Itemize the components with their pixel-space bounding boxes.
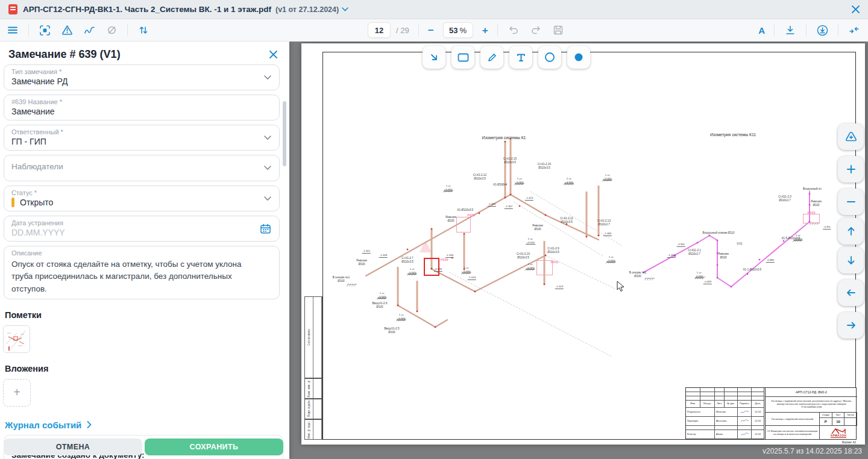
divider bbox=[838, 24, 838, 36]
swap-vertical-icon[interactable] bbox=[137, 23, 150, 37]
close-document-button[interactable] bbox=[852, 5, 860, 13]
chevron-down-icon[interactable] bbox=[264, 166, 271, 170]
point-tool-button[interactable] bbox=[567, 46, 590, 69]
remark-marker-pink[interactable] bbox=[536, 260, 553, 275]
side-label: Подп. и дата bbox=[307, 401, 310, 417]
remark-name-label: #639 Название * bbox=[11, 98, 256, 105]
remark-type-select[interactable]: Тип замечания * Замечание РД bbox=[4, 64, 280, 90]
side-label: Согласовано bbox=[307, 329, 310, 346]
download-icon[interactable] bbox=[784, 23, 797, 37]
chevron-down-icon[interactable] bbox=[264, 136, 271, 140]
status-color-badge bbox=[11, 198, 14, 207]
pdf-file-icon bbox=[8, 4, 17, 14]
zoom-in-button[interactable] bbox=[838, 156, 864, 183]
ellipse-tool-button[interactable] bbox=[538, 46, 561, 69]
marks-section-title: Пометки bbox=[5, 310, 289, 320]
due-date-field[interactable]: Дата устранения DD.MM.YYYY bbox=[4, 216, 280, 242]
save-icon[interactable] bbox=[552, 23, 565, 37]
chevron-down-icon[interactable] bbox=[264, 196, 271, 201]
remark-marker-pink[interactable] bbox=[456, 217, 471, 233]
app-version-status: v2025.5.7 из 14.02.2025 18:23 bbox=[763, 447, 862, 455]
chevron-down-icon[interactable] bbox=[264, 75, 271, 80]
description-value: Опуск от стояка сделайте на отметку, что… bbox=[11, 258, 256, 295]
document-version: (v1 от 27.12.2024) bbox=[275, 5, 339, 14]
journal-link[interactable]: Журнал событий bbox=[5, 420, 289, 430]
company-logo: АРМАЗОН bbox=[820, 428, 857, 438]
arrow-left-button[interactable] bbox=[838, 279, 864, 306]
add-attachment-button[interactable]: + bbox=[3, 379, 31, 407]
pencil-tool-button[interactable] bbox=[480, 46, 503, 69]
pdf-viewer[interactable]: Согласовано Взам. инв. № Подп. и дата Ин… bbox=[289, 41, 868, 459]
remark-name-field[interactable]: #639 Название * Замечание bbox=[4, 95, 280, 120]
divider bbox=[28, 24, 29, 36]
arrow-down-button[interactable] bbox=[838, 247, 864, 273]
hide-annotations-icon[interactable] bbox=[105, 23, 118, 37]
arrow-up-button[interactable] bbox=[838, 218, 864, 245]
side-label: Инв. № подл. bbox=[307, 421, 310, 439]
due-date-placeholder: DD.MM.YYYY bbox=[11, 228, 256, 237]
remark-marker-pink[interactable] bbox=[803, 214, 820, 223]
warning-icon[interactable] bbox=[60, 23, 74, 37]
zoom-percent-sign: % bbox=[460, 26, 467, 35]
drawing-code: АРП-СГ12-РД -ВК0-2 bbox=[766, 388, 857, 397]
redo-icon[interactable] bbox=[529, 23, 542, 37]
cancel-button[interactable]: ОТМЕНА bbox=[4, 439, 142, 455]
status-select[interactable]: Статус * Открыто bbox=[4, 186, 280, 211]
format-label: Формат А2 bbox=[802, 441, 856, 444]
title-block: Изм.Кол.уч.Лист№ док.ПодписьДата Разрабо… bbox=[685, 387, 857, 440]
attachments-section-title: Вложения bbox=[5, 364, 289, 373]
arrow-tool-button[interactable] bbox=[423, 46, 445, 69]
stamp-side-cell: Инв. № подл. bbox=[304, 419, 322, 440]
due-date-label: Дата устранения bbox=[11, 219, 256, 226]
rectangle-tool-button[interactable] bbox=[451, 46, 474, 69]
divider bbox=[774, 24, 775, 36]
font-settings-button[interactable]: A bbox=[758, 25, 765, 36]
watchers-select[interactable]: Наблюдатели bbox=[4, 155, 280, 181]
sheet-title: С2 Изометрия систем хоз.-бытовой канализ… bbox=[766, 426, 820, 440]
stamp-side-cell: Подп. и дата bbox=[304, 399, 322, 419]
mark-thumbnail[interactable] bbox=[3, 325, 30, 353]
calendar-icon[interactable] bbox=[260, 223, 271, 234]
responsible-select[interactable]: Ответственный * ГП - ГИП bbox=[4, 125, 280, 151]
divider bbox=[127, 24, 128, 36]
zoom-out-button[interactable]: − bbox=[428, 25, 434, 36]
divider bbox=[806, 24, 807, 36]
download-circle-icon[interactable] bbox=[816, 23, 829, 37]
arrow-right-button[interactable] bbox=[838, 312, 864, 339]
undo-icon[interactable] bbox=[507, 23, 520, 37]
remark-type-value: Замечание РД bbox=[11, 76, 256, 86]
journal-link-label: Журнал событий bbox=[5, 420, 81, 430]
description-field[interactable]: Описание Опуск от стояка сделайте на отм… bbox=[4, 246, 280, 299]
project-address: Гостиница с подземной автостоянкой, расп… bbox=[766, 397, 857, 413]
project-name: Гостиница с подземной автостоянкой bbox=[766, 413, 820, 425]
side-label: Взам. инв. № bbox=[307, 380, 310, 398]
panel-scrollbar[interactable] bbox=[283, 101, 286, 166]
panel-title: Замечание # 639 (V1) bbox=[8, 48, 121, 61]
panel-close-button[interactable] bbox=[269, 51, 277, 58]
zoom-level-input[interactable]: 53% bbox=[443, 22, 473, 38]
titlebar: АРП-СГ12-СГН-РД-ВК1-1. Часть 2_Системы В… bbox=[0, 0, 868, 19]
watchers-label: Наблюдатели bbox=[11, 162, 63, 171]
area-plus-button[interactable] bbox=[838, 123, 864, 150]
menu-icon[interactable] bbox=[6, 23, 19, 37]
collapse-icon[interactable] bbox=[848, 23, 861, 37]
stamp-side-cell: Взам. инв. № bbox=[304, 378, 322, 399]
zoom-to-frame-icon[interactable] bbox=[38, 23, 51, 37]
text-tool-button[interactable] bbox=[509, 46, 532, 69]
remark-type-label: Тип замечания * bbox=[11, 68, 256, 75]
zoom-in-button[interactable]: + bbox=[482, 25, 488, 36]
toolbar: 12 / 29 − 53% + bbox=[0, 19, 868, 42]
zoom-out-button[interactable] bbox=[838, 189, 864, 215]
save-button[interactable]: СОХРАНИТЬ bbox=[145, 439, 283, 455]
pdf-page[interactable]: Согласовано Взам. инв. № Подп. и дата Ин… bbox=[301, 43, 865, 445]
remark-marker-red[interactable] bbox=[424, 258, 439, 276]
status-value: Открыто bbox=[20, 198, 53, 207]
app-window: АРП-СГ12-СГН-РД-ВК1-1. Часть 2_Системы В… bbox=[0, 0, 868, 459]
version-chevron-icon[interactable] bbox=[342, 7, 348, 11]
annotation-toolbar bbox=[423, 46, 590, 69]
description-label: Описание bbox=[11, 249, 256, 257]
page-number-input[interactable]: 12 bbox=[368, 22, 391, 38]
remark-panel: Замечание # 639 (V1) Тип замечания * Зам… bbox=[0, 41, 289, 459]
draw-icon[interactable] bbox=[83, 23, 96, 37]
responsible-value: ГП - ГИП bbox=[11, 137, 256, 146]
